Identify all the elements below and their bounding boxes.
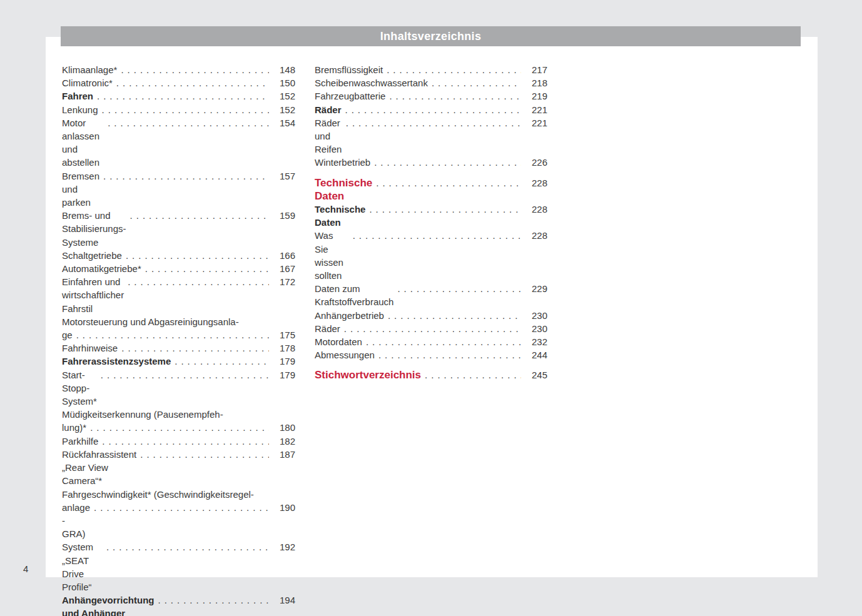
toc-entry-title: anlage - GRA): [62, 501, 90, 541]
toc-entry: Räder und Reifen221: [315, 116, 547, 156]
toc-entry-title: Automatikgetriebe*: [62, 262, 141, 275]
toc-entry: Automatikgetriebe*167: [62, 262, 295, 275]
dot-leader: [101, 368, 269, 381]
dot-leader: [108, 116, 269, 129]
page-header-bar: Inhaltsverzeichnis: [61, 26, 801, 46]
toc-entry: Brems- und Stabilisierungs-Systeme159: [62, 209, 295, 249]
dot-leader: [378, 348, 521, 361]
toc-entry-page: 194: [276, 593, 295, 607]
toc-entry-page: 175: [276, 328, 295, 341]
toc-entry-title: Technische Daten: [315, 203, 365, 229]
toc-entry-page: 180: [276, 421, 295, 434]
toc-entry-title: Bremsen und parken: [62, 169, 99, 210]
toc-entry-page: 229: [529, 282, 547, 295]
toc-entry-page: 244: [529, 348, 547, 361]
toc-entry-page: 152: [276, 89, 295, 103]
toc-entry-title: Klimaanlage*: [62, 63, 117, 76]
dot-leader: [103, 169, 269, 183]
dot-leader: [432, 76, 521, 89]
toc-entry-page: 218: [529, 76, 547, 89]
toc-entry: System „SEAT Drive Profile“192: [62, 540, 295, 593]
toc-entry: Was Sie wissen sollten228: [315, 229, 547, 282]
toc-entry-page: 172: [276, 275, 295, 288]
toc-entry: Räder230: [315, 322, 547, 335]
toc-entry-title: Schaltgetriebe: [62, 249, 122, 262]
toc-entry-title: Fahrerassistenzsysteme: [62, 355, 171, 368]
toc-entry: Start-Stopp-System*179: [62, 368, 295, 408]
dot-leader: [369, 203, 521, 216]
dot-leader: [106, 540, 269, 553]
manual-page: Inhaltsverzeichnis Klimaanlage*148Climat…: [46, 37, 818, 577]
toc-entry: Lenkung152: [62, 103, 295, 116]
toc-entry-title: Fahren: [62, 89, 93, 103]
toc-entry: Müdigkeitserkennung (Pausenempfeh-: [62, 408, 295, 421]
toc-entry: Bremsflüssigkeit217: [315, 63, 547, 76]
toc-entry-page: 232: [529, 335, 547, 348]
toc-entry-title: Brems- und Stabilisierungs-Systeme: [62, 209, 126, 249]
toc-entry-page: 166: [276, 249, 295, 262]
toc-entry: Bremsen und parken157: [62, 169, 295, 210]
toc-entry-page: 228: [529, 176, 547, 189]
toc-entry: Stichwortverzeichnis245: [315, 368, 547, 381]
page-number: 4: [23, 563, 28, 574]
toc-entry-page: 182: [276, 435, 295, 448]
toc-entry: lung)*180: [62, 421, 295, 434]
toc-entry-page: 152: [276, 103, 295, 116]
toc-entry-title: Parkhilfe: [62, 435, 98, 448]
dot-leader: [346, 116, 521, 129]
toc-entry-title: Was Sie wissen sollten: [315, 229, 349, 282]
dot-leader: [102, 103, 269, 116]
toc-entry: Klimaanlage*148: [62, 63, 295, 76]
toc-entry: Daten zum Kraftstoffverbrauch229: [315, 282, 547, 308]
toc-entry-page: 192: [276, 540, 295, 553]
toc-entry: Winterbetrieb226: [315, 156, 547, 169]
toc-entry-title: Rückfahrassistent „Rear View Camera“*: [62, 448, 136, 488]
toc-entry: anlage - GRA)190: [62, 501, 295, 541]
toc-entry-page: 179: [276, 355, 295, 368]
toc-entry: Motor anlassen und abstellen154: [62, 116, 295, 169]
dot-leader: [387, 63, 521, 76]
dot-leader: [102, 435, 269, 448]
toc-entry-title: Fahrhinweise: [62, 341, 118, 355]
toc-entry-page: 187: [276, 448, 295, 461]
toc-entry-page: 179: [276, 368, 295, 381]
toc-column-left: Klimaanlage*148Climatronic*150Fahren152L…: [62, 63, 295, 616]
toc-entry-page: 245: [529, 368, 547, 381]
dot-leader: [90, 421, 269, 434]
toc-entry-title: Einfahren und wirtschaftlicher Fahrstil: [62, 275, 124, 315]
dot-leader: [76, 328, 269, 341]
toc-entry-title: Climatronic*: [62, 76, 113, 89]
toc-entry-title: Räder und Reifen: [315, 116, 342, 156]
toc-entry: ge175: [62, 328, 295, 341]
toc-entry: Fahrgeschwindigkeit* (Geschwindigkeitsre…: [62, 488, 295, 501]
toc-entry-title: Abmessungen: [315, 348, 375, 361]
toc-entry: Einfahren und wirtschaftlicher Fahrstil1…: [62, 275, 295, 315]
toc-entry-page: 178: [276, 341, 295, 355]
toc-entry-title: Technische Daten: [315, 176, 372, 203]
toc-entry-title: Winterbetrieb: [315, 156, 370, 169]
dot-leader: [126, 249, 269, 262]
dot-leader: [94, 501, 269, 514]
dot-leader: [128, 275, 269, 288]
toc-columns: Klimaanlage*148Climatronic*150Fahren152L…: [62, 63, 547, 616]
toc-entry-page: 230: [529, 322, 547, 335]
dot-leader: [366, 335, 521, 348]
toc-entry-title: Start-Stopp-System*: [62, 368, 97, 408]
dot-leader: [388, 309, 521, 322]
toc-entry-title: Motorsteuerung und Abgasreinigungsanla-: [62, 315, 239, 328]
toc-entry-title: Anhängerbetrieb: [315, 309, 384, 322]
dot-leader: [425, 368, 521, 381]
toc-entry-page: 167: [276, 262, 295, 275]
dot-leader: [97, 89, 269, 103]
toc-entry: Abmessungen244: [315, 348, 547, 361]
toc-entry-title: Fahrgeschwindigkeit* (Geschwindigkeitsre…: [62, 488, 254, 501]
toc-entry-page: 221: [529, 116, 547, 129]
toc-entry: Rückfahrassistent „Rear View Camera“*187: [62, 448, 295, 488]
dot-leader: [376, 176, 521, 189]
dot-leader: [158, 593, 269, 607]
toc-entry: Technische Daten228: [315, 203, 547, 229]
dot-leader: [116, 76, 269, 89]
toc-entry: Fahrerassistenzsysteme179: [62, 355, 295, 368]
toc-entry: Parkhilfe182: [62, 435, 295, 448]
document-viewer-background: Inhaltsverzeichnis Klimaanlage*148Climat…: [0, 0, 862, 616]
